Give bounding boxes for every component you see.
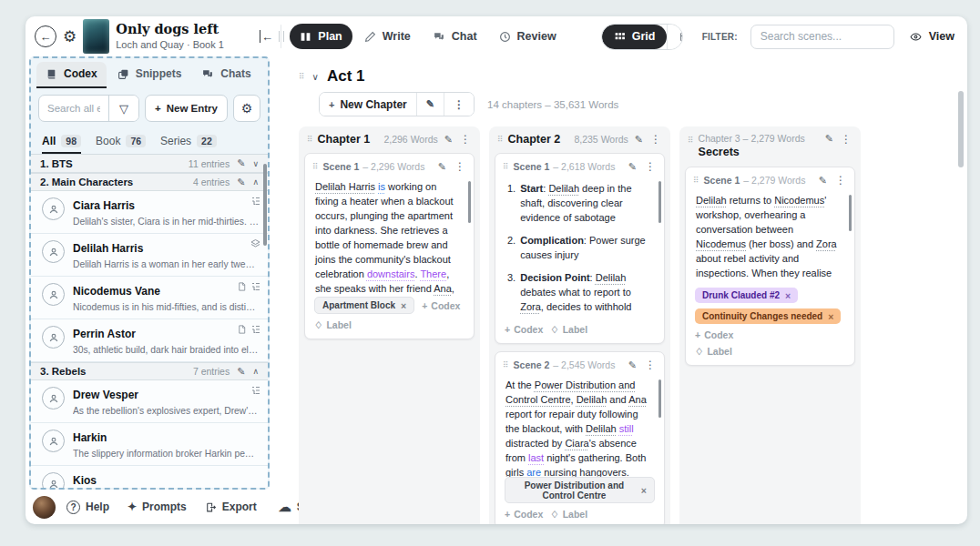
scene-edit-button[interactable]: ✎ [628,161,638,173]
tab-plan[interactable]: Plan [290,24,352,49]
entry-harkin[interactable]: Harkin The slippery information broker H… [31,423,268,466]
scene-summary[interactable]: Delilah Harris is working on fixing a he… [305,177,474,297]
label-chip[interactable]: Continuity Changes needed × [695,308,841,324]
chevron-up-icon[interactable]: ∧ [252,177,259,187]
add-label-button[interactable]: ♢ Label [314,319,352,330]
label-chip[interactable]: Drunk Clauded #2 × [695,288,798,303]
entry-delilah-harris[interactable]: Delilah Harris Delilah Harris is a woman… [31,234,268,277]
act-menu-button[interactable]: ⋮ [444,93,474,116]
card-scrollbar[interactable] [658,379,662,418]
scope-series[interactable]: Series 22 [160,129,217,154]
scene-menu-button[interactable]: ⋮ [644,160,657,173]
scene-summary[interactable]: Delilah returns to Nicodemus' workshop, … [686,190,854,284]
card-scrollbar[interactable] [468,181,472,223]
drag-handle-icon[interactable]: ⠿ [497,135,503,144]
collapse-sidebar-button[interactable]: ← [260,30,273,43]
card-scrollbar[interactable] [658,181,662,223]
drag-handle-icon[interactable]: ⠿ [299,72,304,81]
scene-card[interactable]: ⠿ Scene 1 – 2,279 Words ✎ ⋮ Delilah retu… [685,167,855,366]
codex-search-input[interactable] [39,96,108,121]
scope-book[interactable]: Book 76 [96,129,146,154]
chapter-edit-button[interactable]: ✎ [444,134,454,146]
edit-icon[interactable]: ✎ [237,177,245,188]
help-button[interactable]: ? Help [59,500,117,514]
add-codex-button[interactable]: + Codex [505,509,543,520]
chapter-menu-button[interactable]: ⋮ [649,133,662,146]
view-matrix[interactable]: Matrix [667,25,682,49]
drag-handle-icon[interactable]: ⠿ [307,135,312,144]
drag-handle-icon[interactable]: ⠿ [503,360,508,369]
section-bts[interactable]: 1. BTS 11 entries ✎ ∨ [31,155,268,173]
tab-codex[interactable]: Codex [36,62,107,88]
prompts-button[interactable]: ✦ Prompts [120,500,194,513]
tab-review[interactable]: Review [489,24,567,49]
drag-handle-icon[interactable]: ⠿ [503,162,508,171]
export-button[interactable]: Export [198,500,264,513]
entry-perrin-astor[interactable]: Perrin Astor 30s, athletic build, dark h… [31,319,268,362]
settings-button[interactable]: ⚙ [63,27,77,46]
add-label-button[interactable]: ♢ Label [550,509,587,520]
codex-tag-chip[interactable]: Apartment Block × [314,297,414,314]
add-label-button[interactable]: ♢ Label [550,324,587,335]
scope-all[interactable]: All 98 [42,129,81,154]
codex-tag-chip[interactable]: Power Distribution and Control Centre × [505,477,655,503]
scene-edit-button[interactable]: ✎ [628,359,638,371]
chapter-edit-button[interactable]: ✎ [824,133,834,145]
add-codex-button[interactable]: + Codex [505,324,543,335]
add-codex-button[interactable]: + Codex [422,300,460,311]
new-entry-button[interactable]: + New Entry [145,95,228,122]
tab-chats[interactable]: Chats [192,62,260,88]
chapter-menu-button[interactable]: ⋮ [459,133,472,146]
scene-edit-button[interactable]: ✎ [818,175,828,187]
chevron-down-icon[interactable]: ∨ [252,159,259,168]
scene-menu-button[interactable]: ⋮ [644,359,657,371]
chevron-up-icon[interactable]: ∧ [252,367,259,376]
scene-search-input[interactable] [750,25,894,49]
close-icon[interactable]: × [828,311,833,322]
act-edit-button[interactable]: ✎ [416,93,444,116]
scene-summary[interactable]: At the Power Distribution and Control Ce… [495,375,664,477]
codex-settings-button[interactable]: ⚙ [233,95,260,122]
view-grid[interactable]: Grid [602,25,668,49]
chapter-menu-button[interactable]: ⋮ [840,133,852,146]
scene-menu-button[interactable]: ⋮ [834,174,847,187]
close-icon[interactable]: × [641,485,647,496]
add-codex-button[interactable]: + Codex [695,329,733,340]
drag-handle-icon[interactable]: ⠿ [312,162,318,171]
entry-kios[interactable]: Kios An intimidating exiled nomad from b… [31,466,268,488]
scene-summary[interactable]: 1.Start: Delilah deep in the shaft, disc… [495,177,664,324]
section-main-characters[interactable]: 2. Main Characters 4 entries ✎ ∧ [31,173,268,191]
edit-icon[interactable]: ✎ [237,157,245,169]
entry-drew-vesper[interactable]: Drew Vesper As the rebellion's explosive… [31,380,268,423]
user-avatar[interactable] [33,496,56,519]
drag-handle-icon[interactable]: ⠿ [688,136,693,145]
new-chapter-button[interactable]: + New Chapter [320,93,416,116]
edit-icon[interactable]: ✎ [237,366,245,378]
section-rebels[interactable]: 3. Rebels 7 entries ✎ ∧ [31,362,268,380]
close-icon[interactable]: × [785,290,791,301]
tab-write[interactable]: Write [354,24,421,49]
drag-handle-icon[interactable]: ⠿ [693,176,699,185]
scene-card[interactable]: ⠿ Scene 1 – 2,296 Words ✎ ⋮ Delilah Harr… [304,153,475,339]
chapter-edit-button[interactable]: ✎ [634,134,644,146]
filter-funnel-button[interactable]: ▽ [108,96,138,121]
new-chapter-group: + New Chapter ✎ ⋮ [319,92,475,116]
card-scrollbar[interactable] [849,195,852,231]
view-options-button[interactable]: View [909,30,954,43]
act-collapse-chevron[interactable]: ∨ [312,72,319,82]
tab-snippets[interactable]: Snippets [108,62,191,88]
board-scrollbar[interactable] [958,91,964,167]
add-label-button[interactable]: ♢ Label [695,346,845,357]
back-button[interactable]: ← [35,25,56,47]
plus-icon: + [695,329,700,340]
scene-card[interactable]: ⠿ Scene 2 – 2,545 Words ✎ ⋮ At the Power… [495,351,665,524]
scene-menu-button[interactable]: ⋮ [454,160,466,173]
tab-chat[interactable]: Chat [423,24,487,49]
scene-card[interactable]: ⠿ Scene 1 – 2,618 Words ✎ ⋮ 1.Start: Del… [495,153,665,344]
sidebar-scrollbar[interactable] [263,164,267,246]
book-cover[interactable] [83,19,109,54]
close-icon[interactable]: × [401,300,406,311]
scene-edit-button[interactable]: ✎ [437,161,447,173]
entry-ciara-harris[interactable]: Ciara Harris Delilah's sister, Ciara is … [31,191,268,234]
entry-nicodemus-vane[interactable]: Nicodemus Vane Nicodemus is in his mid-f… [31,277,268,319]
